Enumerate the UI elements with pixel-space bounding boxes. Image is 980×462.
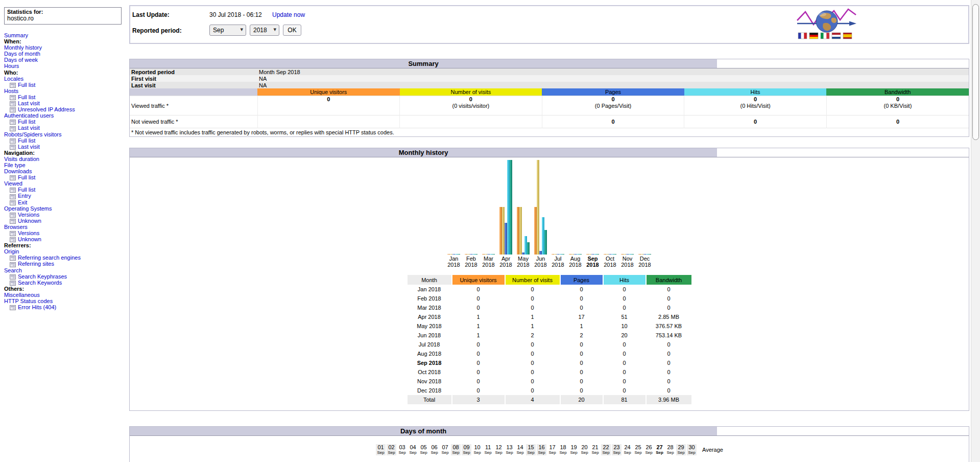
menu-link-search[interactable]: Search <box>4 267 22 273</box>
day-cell-04: 04Sep <box>408 444 418 455</box>
monthly-table-row: Oct 201800000 <box>408 367 691 377</box>
monthly-row-month: May 2018 <box>408 321 451 331</box>
day-cell-12: 12Sep <box>494 444 504 455</box>
metric-header-unique-visitors: Unique visitors <box>257 88 400 96</box>
menu-link-exit[interactable]: Exit <box>18 199 27 205</box>
reported-period-label: Reported period: <box>132 27 182 34</box>
summary-info-label: Reported period <box>130 68 257 75</box>
monthly-row-value: 0 <box>561 349 603 358</box>
menu-link-versions[interactable]: Versions <box>18 212 39 218</box>
menu-link-viewed[interactable]: Viewed <box>4 180 22 187</box>
menu-link-full-list[interactable]: Full list <box>18 82 35 88</box>
menu-link-unresolved-ip-address[interactable]: Unresolved IP Address <box>18 106 75 112</box>
flag-spain-icon[interactable] <box>843 33 852 39</box>
list-icon <box>10 281 16 286</box>
day-cell-03: 03Sep <box>397 444 407 455</box>
flag-germany-icon[interactable] <box>809 33 818 39</box>
monthly-row-month: Sep 2018 <box>408 358 451 367</box>
menu-link-full-list[interactable]: Full list <box>18 137 35 144</box>
menu-link-monthly-history[interactable]: Monthly history <box>4 44 42 51</box>
menu-link-search-keywords[interactable]: Search Keywords <box>18 280 62 286</box>
menu-link-search-keyphrases[interactable]: Search Keyphrases <box>18 273 67 280</box>
monthly-row-value: 0 <box>561 340 603 349</box>
menu-link-full-list[interactable]: Full list <box>18 94 35 100</box>
menu-link-last-visit[interactable]: Last visit <box>18 144 40 150</box>
menu-header-referrers-: Referrers: <box>4 242 126 248</box>
day-cell-06: 06Sep <box>429 444 439 455</box>
bar-bandwidth <box>562 254 564 255</box>
monthly-row-value: 0 <box>506 377 560 386</box>
monthly-row-value: 0 <box>604 367 646 377</box>
menu-link-http-status-codes[interactable]: HTTP Status codes <box>4 298 53 304</box>
menu-link-robots-spiders-visitors[interactable]: Robots/Spiders visitors <box>4 131 62 137</box>
menu-link-days-of-week[interactable]: Days of week <box>4 57 38 63</box>
menu-link-full-list[interactable]: Full list <box>18 119 35 125</box>
monthly-row-value: 1 <box>561 321 603 331</box>
menu-link-days-of-month[interactable]: Days of month <box>4 51 40 57</box>
menu-link-visits-duration[interactable]: Visits duration <box>4 156 39 162</box>
summary-corner-cell <box>130 88 257 96</box>
month-select[interactable]: Sep <box>209 25 246 36</box>
menu-link-referring-sites[interactable]: Referring sites <box>18 261 54 267</box>
menu-link-downloads[interactable]: Downloads <box>4 168 32 174</box>
list-icon <box>10 200 16 205</box>
monthly-row-month: Oct 2018 <box>408 367 451 377</box>
day-cell-11: 11Sep <box>483 444 493 455</box>
menu-link-summary[interactable]: Summary <box>4 32 28 38</box>
menu-link-last-visit[interactable]: Last visit <box>18 100 40 106</box>
menu-link-browsers[interactable]: Browsers <box>4 224 28 230</box>
menu-link-unknown[interactable]: Unknown <box>18 236 41 242</box>
month-axis-label: Jun2018 <box>534 256 547 268</box>
month-axis-label: Sep2018 <box>586 256 599 268</box>
summary-info-value: NA <box>257 75 969 82</box>
year-select[interactable]: 2018 <box>250 25 279 36</box>
day-cell-22: 22Sep <box>601 444 611 455</box>
monthly-history-table: MonthUnique visitorsNumber of visitsPage… <box>407 275 692 404</box>
menu-link-entry[interactable]: Entry <box>18 193 31 199</box>
monthly-row-value: 17 <box>561 312 603 321</box>
update-now-link[interactable]: Update now <box>272 11 305 18</box>
menu-link-locales[interactable]: Locales <box>4 76 23 82</box>
day-cell-15: 15Sep <box>526 444 536 455</box>
menu-link-operating-systems[interactable]: Operating Systems <box>4 205 52 212</box>
flag-france-icon[interactable] <box>798 33 807 39</box>
menu-link-error-hits-404-[interactable]: Error Hits (404) <box>18 304 56 310</box>
list-icon <box>10 83 16 88</box>
vertical-scrollbar[interactable] <box>971 0 980 462</box>
day-cell-05: 05Sep <box>419 444 428 455</box>
total-value: 3.96 MB <box>647 395 691 404</box>
menu-link-miscellaneous[interactable]: Miscellaneous <box>4 292 40 298</box>
monthly-row-value: 0 <box>604 386 646 395</box>
menu-link-last-visit[interactable]: Last visit <box>18 125 40 131</box>
flag-italy-icon[interactable] <box>821 33 829 39</box>
day-cell-26: 26Sep <box>644 444 654 455</box>
viewed-row-cell: 0(0 Pages/Visit) <box>542 96 684 115</box>
day-cell-25: 25Sep <box>633 444 643 455</box>
notviewed-row-cell: 0 <box>542 115 684 128</box>
menu-link-origin[interactable]: Origin <box>4 248 19 255</box>
notviewed-row-cell: 0 <box>684 115 827 128</box>
monthly-table-row: Jan 201800000 <box>408 285 691 294</box>
menu-link-hours[interactable]: Hours <box>4 63 19 69</box>
menu-link-full-list[interactable]: Full list <box>18 187 35 193</box>
bar-number-of-visits <box>519 207 522 255</box>
month-axis-label: Nov2018 <box>621 256 634 268</box>
ok-button[interactable]: OK <box>283 25 301 36</box>
monthly-row-value: 0 <box>506 285 560 294</box>
scrollbar-thumb[interactable] <box>972 4 979 140</box>
monthly-row-value: 0 <box>561 358 603 367</box>
menu-link-unknown[interactable]: Unknown <box>18 218 41 224</box>
summary-info-row: Reported periodMonth Sep 2018 <box>130 68 969 75</box>
menu-link-referring-search-engines[interactable]: Referring search engines <box>18 255 81 261</box>
summary-footnote: * Not viewed traffic includes traffic ge… <box>130 128 969 137</box>
viewed-row-label: Viewed traffic * <box>130 96 257 115</box>
menu-link-versions[interactable]: Versions <box>18 230 39 236</box>
menu-link-full-list[interactable]: Full list <box>18 174 35 180</box>
list-icon <box>10 175 16 180</box>
flag-netherlands-icon[interactable] <box>832 33 841 39</box>
menu-link-hosts[interactable]: Hosts <box>4 88 18 94</box>
menu-link-authenticated-users[interactable]: Authenticated users <box>4 112 54 119</box>
bar-group-aug-2018 <box>569 254 582 255</box>
menu-link-file-type[interactable]: File type <box>4 162 26 168</box>
monthly-row-value: 0 <box>452 303 505 312</box>
